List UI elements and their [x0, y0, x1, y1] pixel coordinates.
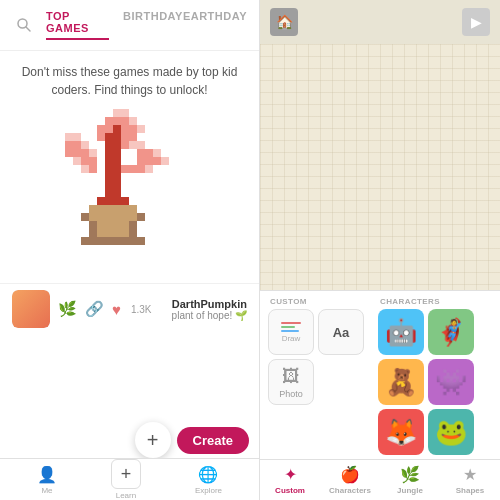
- tab-birthday[interactable]: BIRTHDAYEARTHDAY: [123, 10, 247, 40]
- tab-top-games[interactable]: TOP GAMES: [46, 10, 109, 40]
- jungle-tab-label: Jungle: [397, 486, 423, 495]
- character-5[interactable]: 🦊: [378, 409, 424, 455]
- add-icon[interactable]: +: [111, 459, 141, 489]
- custom-tab-icon: ✦: [284, 465, 297, 484]
- nav-me[interactable]: 👤 Me: [37, 465, 57, 495]
- custom-label: CUSTOM: [268, 297, 364, 306]
- character-6[interactable]: 🐸: [428, 409, 474, 455]
- tab-custom[interactable]: ✦ Custom: [260, 460, 320, 500]
- draw-tool[interactable]: Draw: [268, 309, 314, 355]
- canvas-area[interactable]: [260, 44, 500, 290]
- play-button[interactable]: ▶: [462, 8, 490, 36]
- game-actions: 🌿 🔗 ♥ 1.3K: [58, 300, 151, 318]
- shapes-tab-label: Shapes: [456, 486, 484, 495]
- character-2[interactable]: 🦸: [428, 309, 474, 355]
- character-4[interactable]: 👾: [428, 359, 474, 405]
- left-header: TOP GAMES BIRTHDAYEARTHDAY: [0, 0, 259, 51]
- like-count: 1.3K: [131, 304, 152, 315]
- game-author: DarthPumpkin: [172, 298, 247, 310]
- characters-section: CHARACTERS 🤖 🦸 🧸 👾 🦊 🐸: [378, 297, 498, 455]
- create-area: + Create: [135, 422, 249, 458]
- custom-section: CUSTOM Draw Aa: [268, 297, 364, 455]
- create-plus-button[interactable]: +: [135, 422, 171, 458]
- link-icon[interactable]: 🔗: [85, 300, 104, 318]
- text-tool[interactable]: Aa: [318, 309, 364, 355]
- tab-jungle[interactable]: 🌿 Jungle: [380, 460, 440, 500]
- plant-icon[interactable]: 🌿: [58, 300, 77, 318]
- game-thumbnail[interactable]: [12, 290, 50, 328]
- svg-line-1: [26, 27, 30, 31]
- nav-me-label: Me: [41, 486, 52, 495]
- promo-text: Don't miss these games made by top kid c…: [0, 51, 259, 105]
- left-panel: TOP GAMES BIRTHDAYEARTHDAY Don't miss th…: [0, 0, 260, 500]
- heart-icon[interactable]: ♥: [112, 301, 121, 318]
- right-header: 🏠 ▶: [260, 0, 500, 44]
- character-1[interactable]: 🤖: [378, 309, 424, 355]
- photo-icon: 🖼: [282, 366, 300, 387]
- text-label: Aa: [333, 325, 350, 340]
- characters-label: CHARACTERS: [378, 297, 498, 306]
- character-3[interactable]: 🧸: [378, 359, 424, 405]
- bottom-nav: 👤 Me + Learn 🌐 Explore: [0, 458, 259, 500]
- nav-explore[interactable]: 🌐 Explore: [195, 465, 222, 495]
- search-icon[interactable]: [12, 13, 36, 37]
- asset-panel: CUSTOM Draw Aa: [260, 290, 500, 500]
- photo-label: Photo: [279, 389, 303, 399]
- nav-learn[interactable]: + Learn: [111, 459, 141, 500]
- custom-tab-label: Custom: [275, 486, 305, 495]
- shapes-tab-icon: ★: [463, 465, 477, 484]
- draw-label: Draw: [282, 334, 301, 343]
- game-info: DarthPumpkin plant of hope! 🌱: [159, 298, 247, 321]
- create-button[interactable]: Create: [177, 427, 249, 454]
- tab-characters[interactable]: 🍎 Characters: [320, 460, 380, 500]
- me-icon: 👤: [37, 465, 57, 484]
- photo-tool[interactable]: 🖼 Photo: [268, 359, 314, 405]
- characters-tab-icon: 🍎: [340, 465, 360, 484]
- pixel-plant: [65, 109, 195, 279]
- tabs-row: TOP GAMES BIRTHDAYEARTHDAY: [46, 10, 247, 40]
- nav-learn-label: Learn: [116, 491, 136, 500]
- nav-explore-label: Explore: [195, 486, 222, 495]
- game-card: 🌿 🔗 ♥ 1.3K DarthPumpkin plant of hope! 🌱: [0, 283, 259, 334]
- game-tagline: plant of hope! 🌱: [172, 310, 247, 321]
- globe-icon: 🌐: [198, 465, 218, 484]
- characters-tab-label: Characters: [329, 486, 371, 495]
- home-button[interactable]: 🏠: [270, 8, 298, 36]
- jungle-tab-icon: 🌿: [400, 465, 420, 484]
- right-tab-bar: ✦ Custom 🍎 Characters 🌿 Jungle ★ Shapes: [260, 459, 500, 500]
- tab-shapes[interactable]: ★ Shapes: [440, 460, 500, 500]
- right-panel: 🏠 ▶ CUSTOM Draw: [260, 0, 500, 500]
